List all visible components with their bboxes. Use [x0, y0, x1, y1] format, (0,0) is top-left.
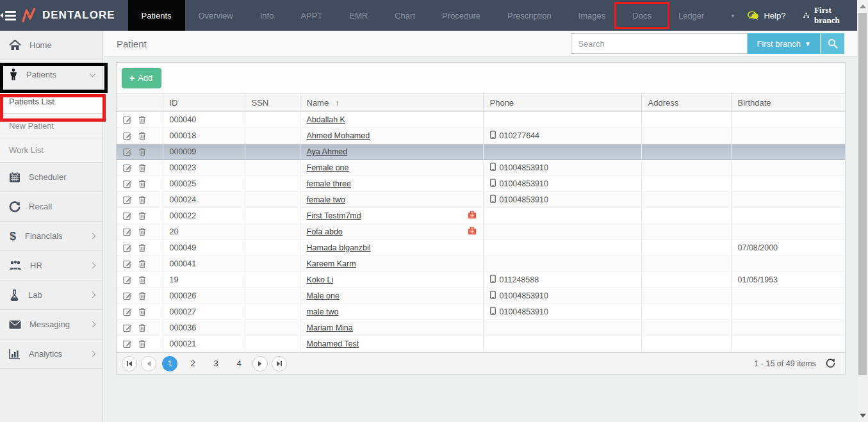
nav-tab-chart[interactable]: Chart: [381, 0, 429, 31]
patient-name-link[interactable]: female two: [307, 195, 345, 204]
table-row[interactable]: 000021 Mohamed Test: [117, 336, 845, 352]
nav-tabs-more-dropdown[interactable]: ▾: [717, 0, 748, 31]
table-row[interactable]: 000018 Ahmed Mohamed 010277644: [117, 128, 845, 144]
table-row[interactable]: 000024 female two 01004853910: [117, 192, 845, 208]
prev-page-button[interactable]: [141, 356, 156, 371]
next-page-button[interactable]: [252, 356, 268, 371]
nav-tab-procedure[interactable]: Procedure: [429, 0, 494, 31]
page-number-2[interactable]: 2: [185, 356, 201, 371]
table-row[interactable]: 000023 Female one 01004853910: [117, 160, 845, 176]
nav-tab-images[interactable]: Images: [565, 0, 619, 31]
help-link[interactable]: Help?: [748, 11, 785, 20]
table-row[interactable]: 000026 Male one 01004853910: [117, 288, 845, 304]
edit-row-button[interactable]: [123, 275, 132, 284]
page-number-4[interactable]: 4: [231, 356, 247, 371]
page-number-3[interactable]: 3: [208, 356, 224, 371]
delete-row-button[interactable]: [138, 147, 147, 156]
nav-tab-ledger[interactable]: Ledger: [665, 0, 717, 31]
patient-name-link[interactable]: Male one: [307, 291, 340, 300]
table-row[interactable]: 000025 female three 01004853910: [117, 176, 845, 192]
edit-row-button[interactable]: [123, 339, 132, 348]
edit-row-button[interactable]: [123, 115, 132, 124]
page-number-1[interactable]: 1: [162, 356, 177, 371]
patient-name-link[interactable]: Female one: [307, 163, 349, 172]
sidebar-item-lab[interactable]: Lab: [0, 280, 102, 310]
sidebar-item-hr[interactable]: HR: [0, 251, 102, 280]
sidebar-item-home[interactable]: Home: [0, 31, 102, 60]
patient-name-link[interactable]: Ahmed Mohamed: [307, 131, 370, 140]
table-row[interactable]: 20 Fofa abdo: [117, 224, 845, 240]
patient-name-link[interactable]: Mariam Mina: [307, 323, 353, 332]
delete-row-button[interactable]: [138, 259, 147, 268]
search-button[interactable]: [821, 33, 844, 54]
refresh-button[interactable]: [825, 358, 836, 369]
sidebar-item-new-patient[interactable]: New Patient: [0, 114, 102, 138]
nav-tab-docs[interactable]: Docs: [619, 0, 665, 31]
delete-row-button[interactable]: [138, 227, 147, 236]
nav-tab-patients[interactable]: Patients: [128, 0, 185, 31]
patient-name-link[interactable]: Abdallah K: [307, 115, 345, 124]
edit-row-button[interactable]: [123, 163, 132, 172]
vertical-scrollbar[interactable]: [857, 0, 868, 422]
column-header-name[interactable]: Name↑: [300, 94, 483, 112]
search-input[interactable]: [571, 33, 748, 54]
sidebar-item-financials[interactable]: $ Financials: [0, 222, 102, 251]
delete-row-button[interactable]: [138, 195, 147, 204]
sidebar-item-messaging[interactable]: Messaging: [0, 310, 102, 339]
column-header-birthdate[interactable]: Birthdate: [731, 94, 845, 112]
edit-row-button[interactable]: [123, 307, 132, 316]
patient-name-link[interactable]: First Testm7md: [307, 211, 361, 220]
delete-row-button[interactable]: [138, 291, 147, 300]
patient-name-link[interactable]: Koko Li: [307, 275, 334, 284]
add-patient-button[interactable]: +Add: [122, 68, 161, 88]
patient-name-link[interactable]: Aya Ahmed: [307, 147, 348, 156]
nav-tab-appt[interactable]: APPT: [287, 0, 336, 31]
sidebar-collapse-button[interactable]: [0, 0, 16, 31]
nav-tab-info[interactable]: Info: [247, 0, 288, 31]
delete-row-button[interactable]: [138, 275, 147, 284]
table-row[interactable]: 000040 Abdallah K: [117, 112, 845, 128]
scroll-down-icon[interactable]: [860, 414, 866, 418]
delete-row-button[interactable]: [138, 323, 147, 332]
edit-row-button[interactable]: [123, 227, 132, 236]
nav-tab-prescription[interactable]: Prescription: [494, 0, 565, 31]
patient-name-link[interactable]: Mohamed Test: [307, 339, 359, 348]
edit-row-button[interactable]: [123, 179, 132, 188]
last-page-button[interactable]: [272, 356, 287, 371]
column-header-ssn[interactable]: SSN: [245, 94, 300, 112]
branch-indicator[interactable]: First branch: [803, 5, 843, 26]
delete-row-button[interactable]: [138, 307, 147, 316]
delete-row-button[interactable]: [138, 339, 147, 348]
sidebar-item-work-list[interactable]: Work List: [0, 138, 102, 163]
table-row[interactable]: 000036 Mariam Mina: [117, 320, 845, 336]
sidebar-item-recall[interactable]: Recall: [0, 192, 102, 222]
column-header-address[interactable]: Address: [641, 94, 731, 112]
patient-name-link[interactable]: Hamada blganzbil: [307, 243, 371, 252]
first-page-button[interactable]: [122, 356, 137, 371]
table-row[interactable]: 000027 male two 01004853910: [117, 304, 845, 320]
edit-row-button[interactable]: [123, 323, 132, 332]
edit-row-button[interactable]: [123, 291, 132, 300]
sidebar-item-analytics[interactable]: Analytics: [0, 339, 102, 369]
table-row[interactable]: 000049 Hamada blganzbil 07/08/2000: [117, 240, 845, 256]
scroll-up-icon[interactable]: [860, 4, 866, 8]
column-header-phone[interactable]: Phone: [483, 94, 641, 112]
delete-row-button[interactable]: [138, 179, 147, 188]
edit-row-button[interactable]: [123, 211, 132, 220]
delete-row-button[interactable]: [138, 243, 147, 252]
delete-row-button[interactable]: [138, 115, 147, 124]
brand-logo[interactable]: DENTALORE: [16, 0, 128, 31]
edit-row-button[interactable]: [123, 131, 132, 140]
patient-name-link[interactable]: female three: [307, 179, 351, 188]
patient-name-link[interactable]: male two: [307, 307, 339, 316]
table-row[interactable]: 000041 Kareem Karm: [117, 256, 845, 272]
table-row[interactable]: 000022 First Testm7md: [117, 208, 845, 224]
sidebar-item-patients-list[interactable]: Patients List: [0, 90, 102, 114]
delete-row-button[interactable]: [138, 163, 147, 172]
table-row[interactable]: 19 Koko Li 011248588 01/05/1953: [117, 272, 845, 288]
table-row[interactable]: 000009 Aya Ahmed: [117, 144, 845, 160]
edit-row-button[interactable]: [123, 259, 132, 268]
delete-row-button[interactable]: [138, 131, 147, 140]
edit-row-button[interactable]: [123, 147, 132, 156]
nav-tab-emr[interactable]: EMR: [336, 0, 381, 31]
